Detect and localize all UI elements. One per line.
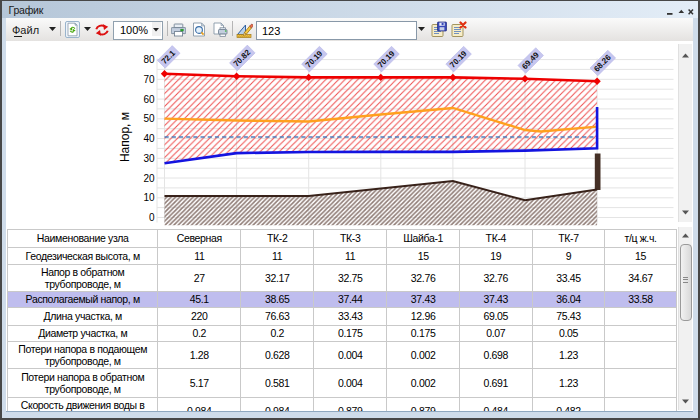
svg-text:60: 60 <box>143 94 155 105</box>
svg-text:10: 10 <box>143 192 155 203</box>
svg-text:80: 80 <box>143 54 155 65</box>
svg-text:0: 0 <box>149 212 155 223</box>
svg-text:Напор, м: Напор, м <box>118 112 132 162</box>
svg-text:20: 20 <box>143 173 155 184</box>
svg-text:40: 40 <box>143 133 155 144</box>
svg-text:50: 50 <box>143 113 155 124</box>
svg-text:30: 30 <box>143 153 155 164</box>
svg-text:70: 70 <box>143 74 155 85</box>
